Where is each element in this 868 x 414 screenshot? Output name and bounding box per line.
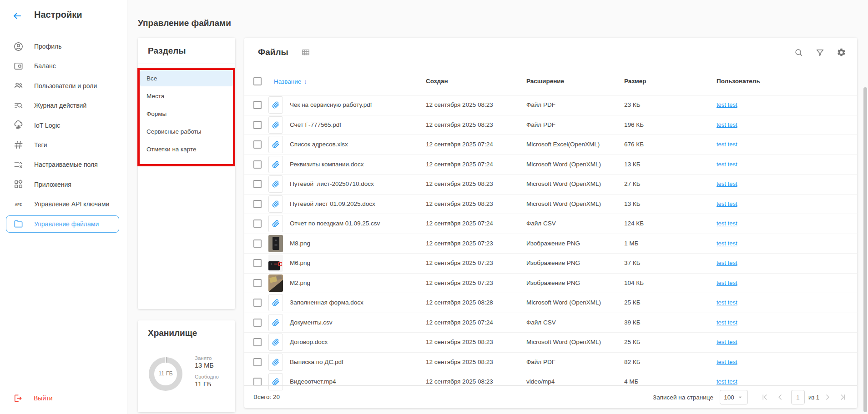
table-row[interactable]: Договор.docx12 сентября 2025 08:23Micros… <box>244 333 857 353</box>
tags-icon <box>13 140 24 150</box>
file-user-link[interactable]: test test <box>717 274 737 293</box>
last-page-icon[interactable] <box>838 393 848 402</box>
table-row[interactable]: M2.png12 сентября 2025 07:23Изображение … <box>244 274 857 294</box>
file-user-link[interactable]: test test <box>717 214 737 234</box>
row-checkbox[interactable] <box>253 180 262 188</box>
back-arrow-icon[interactable] <box>12 10 23 21</box>
column-header-created[interactable]: Создан <box>426 67 448 95</box>
table-row[interactable]: Чек на сервисную работу.pdf12 сентября 2… <box>244 95 857 115</box>
file-extension: Файл CSV <box>526 313 556 333</box>
row-checkbox[interactable] <box>253 259 262 267</box>
sidebar-item-api-keys[interactable]: APIУправление API ключами <box>6 195 119 213</box>
row-checkbox[interactable] <box>253 239 262 248</box>
logout-label: Выйти <box>34 394 52 402</box>
file-extension: Microsoft Word (OpenXML) <box>526 155 601 175</box>
per-page-label: Записей на странице <box>653 394 713 401</box>
file-user-link[interactable]: test test <box>717 175 737 194</box>
file-user-link[interactable]: test test <box>717 95 737 115</box>
page-of-label: из 1 <box>808 394 819 401</box>
sidebar-item-profile[interactable]: Профиль <box>6 38 119 55</box>
search-icon[interactable] <box>794 48 803 57</box>
settings-sidebar: Настройки ПрофильБалансПользователи и ро… <box>0 0 127 414</box>
first-page-icon[interactable] <box>760 393 769 402</box>
table-row[interactable]: Путевой лист 01.09.2025.docx12 сентября … <box>244 195 857 214</box>
file-user-link[interactable]: test test <box>717 115 737 135</box>
table-row[interactable]: Выписка по ДС.pdf12 сентября 2025 08:23Ф… <box>244 353 857 373</box>
section-list-item[interactable]: Отметки на карте <box>140 141 233 157</box>
file-extension: Microsoft Word (OpenXML) <box>526 175 601 194</box>
sidebar-item-balance[interactable]: Баланс <box>6 57 119 75</box>
file-user-link[interactable]: test test <box>717 135 737 155</box>
row-checkbox[interactable] <box>253 219 262 228</box>
filter-icon[interactable] <box>815 48 825 57</box>
attachment-icon <box>272 101 280 109</box>
row-checkbox[interactable] <box>253 338 262 346</box>
profile-icon <box>13 41 24 52</box>
sidebar-item-applications[interactable]: Приложения <box>6 176 119 193</box>
file-created-date: 12 сентября 2025 08:23 <box>426 175 493 194</box>
logout-button[interactable]: Выйти <box>6 389 52 407</box>
prev-page-icon[interactable] <box>776 393 785 402</box>
sidebar-item-tags[interactable]: Теги <box>6 136 119 154</box>
m6-thumbnail-image <box>268 254 283 272</box>
table-row[interactable]: Список адресов.xlsx12 сентября 2025 07:2… <box>244 135 857 155</box>
row-checkbox[interactable] <box>253 140 262 149</box>
row-checkbox[interactable] <box>253 121 262 129</box>
file-user-link[interactable]: test test <box>717 293 737 313</box>
file-user-link[interactable]: test test <box>717 313 737 333</box>
next-page-icon[interactable] <box>823 393 832 402</box>
sidebar-item-label: Баланс <box>34 62 56 70</box>
column-header-name[interactable]: Название↓ <box>274 67 307 96</box>
file-name: Список адресов.xlsx <box>290 135 348 155</box>
file-size: 124 КБ <box>624 214 644 234</box>
select-all-checkbox[interactable] <box>253 77 262 85</box>
row-checkbox[interactable] <box>253 279 262 287</box>
grid-view-icon[interactable] <box>301 48 310 57</box>
file-user-link[interactable]: test test <box>717 353 737 372</box>
table-row[interactable]: M6.png12 сентября 2025 07:23Изображение … <box>244 254 857 274</box>
row-checkbox[interactable] <box>253 200 262 208</box>
attachment-preview <box>268 175 283 193</box>
table-row[interactable]: Отчет по поездкам 01.09.25.csv12 сентябр… <box>244 214 857 234</box>
row-checkbox[interactable] <box>253 299 262 307</box>
table-row[interactable]: Документы.csv12 сентября 2025 07:24Файл … <box>244 313 857 333</box>
row-checkbox[interactable] <box>253 160 262 169</box>
profile-icon <box>13 41 24 52</box>
row-checkbox[interactable] <box>253 358 262 366</box>
column-header-user[interactable]: Пользователь <box>717 67 760 95</box>
current-page-input[interactable]: 1 <box>791 390 805 404</box>
file-user-link[interactable]: test test <box>717 333 737 352</box>
attachment-icon <box>272 180 280 188</box>
file-user-link[interactable]: test test <box>717 195 737 214</box>
section-list-item[interactable]: Места <box>140 88 233 104</box>
per-page-select[interactable]: 100 <box>720 390 748 404</box>
column-header-size[interactable]: Размер <box>624 67 646 95</box>
table-row[interactable]: Счет Г-777565.pdf12 сентября 2025 08:23Ф… <box>244 115 857 135</box>
sidebar-item-iot-logic[interactable]: IoT Logic <box>6 117 119 134</box>
sidebar-item-action-log[interactable]: Журнал действий <box>6 97 119 114</box>
table-row[interactable]: Заполненная форма.docx12 сентября 2025 0… <box>244 293 857 313</box>
file-created-date: 12 сентября 2025 08:23 <box>426 115 493 135</box>
column-header-extension[interactable]: Расширение <box>526 67 564 95</box>
attachment-icon <box>272 219 280 228</box>
table-row[interactable]: M8.png12 сентября 2025 07:23Изображение … <box>244 234 857 254</box>
vertical-scrollbar[interactable] <box>863 87 867 412</box>
users-roles-icon <box>13 80 24 91</box>
table-row[interactable]: Путевой_лист-20250710.docx12 сентября 20… <box>244 175 857 195</box>
file-user-link[interactable]: test test <box>717 254 737 273</box>
section-list-item[interactable]: Все <box>140 70 233 86</box>
sidebar-item-custom-fields[interactable]: Настраиваемые поля <box>6 156 119 173</box>
file-user-link[interactable]: test test <box>717 155 737 175</box>
sidebar-item-users-roles[interactable]: Пользователи и роли <box>6 77 119 95</box>
row-checkbox[interactable] <box>253 101 262 109</box>
section-list-item[interactable]: Формы <box>140 106 233 122</box>
row-checkbox[interactable] <box>253 378 262 386</box>
section-list-item[interactable]: Сервисные работы <box>140 124 233 140</box>
sidebar-item-label: Профиль <box>34 43 61 50</box>
users-roles-icon <box>13 80 24 91</box>
row-checkbox[interactable] <box>253 319 262 327</box>
settings-icon[interactable] <box>837 48 846 57</box>
table-row[interactable]: Реквизиты компании.docx12 сентября 2025 … <box>244 155 857 175</box>
file-user-link[interactable]: test test <box>717 234 737 254</box>
sidebar-item-file-management[interactable]: Управление файлами <box>6 215 119 233</box>
